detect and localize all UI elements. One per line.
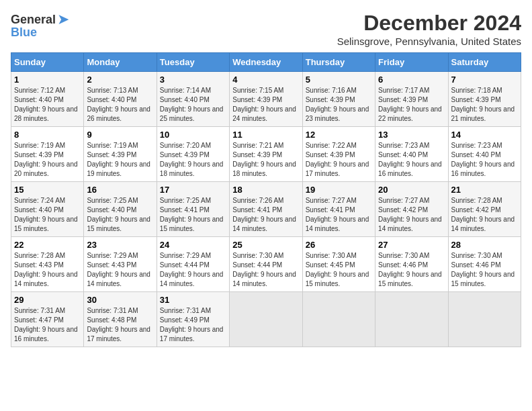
calendar-cell: 23Sunrise: 7:29 AMSunset: 4:43 PMDayligh… — [84, 237, 157, 292]
calendar-table: SundayMondayTuesdayWednesdayThursdayFrid… — [11, 52, 521, 347]
calendar-cell — [230, 292, 302, 347]
calendar-cell: 26Sunrise: 7:30 AMSunset: 4:45 PMDayligh… — [302, 237, 375, 292]
day-number: 6 — [378, 75, 445, 85]
day-number: 11 — [232, 130, 299, 140]
calendar-week-row: 15Sunrise: 7:24 AMSunset: 4:40 PMDayligh… — [11, 182, 521, 237]
calendar-cell: 20Sunrise: 7:27 AMSunset: 4:42 PMDayligh… — [375, 182, 448, 237]
calendar-cell: 19Sunrise: 7:27 AMSunset: 4:41 PMDayligh… — [302, 182, 375, 237]
day-info: Sunrise: 7:27 AMSunset: 4:42 PMDaylight:… — [378, 196, 445, 234]
calendar-week-row: 29Sunrise: 7:31 AMSunset: 4:47 PMDayligh… — [11, 292, 521, 347]
day-number: 12 — [306, 130, 372, 140]
day-info: Sunrise: 7:27 AMSunset: 4:41 PMDaylight:… — [306, 196, 372, 234]
day-number: 21 — [451, 185, 518, 195]
title-area: December 2024 Selinsgrove, Pennsylvania,… — [337, 11, 521, 47]
day-number: 31 — [160, 295, 226, 305]
day-number: 28 — [451, 240, 518, 250]
day-info: Sunrise: 7:31 AMSunset: 4:47 PMDaylight:… — [14, 306, 81, 344]
day-number: 14 — [451, 130, 518, 140]
day-info: Sunrise: 7:18 AMSunset: 4:39 PMDaylight:… — [451, 86, 518, 124]
day-number: 26 — [306, 240, 372, 250]
day-number: 23 — [87, 240, 153, 250]
day-info: Sunrise: 7:29 AMSunset: 4:43 PMDaylight:… — [87, 251, 153, 289]
calendar-cell: 10Sunrise: 7:20 AMSunset: 4:39 PMDayligh… — [157, 127, 229, 182]
calendar-cell: 13Sunrise: 7:23 AMSunset: 4:40 PMDayligh… — [375, 127, 448, 182]
calendar-cell: 1Sunrise: 7:12 AMSunset: 4:40 PMDaylight… — [11, 72, 84, 127]
day-info: Sunrise: 7:25 AMSunset: 4:41 PMDaylight:… — [160, 196, 226, 234]
day-number: 25 — [232, 240, 299, 250]
month-title: December 2024 — [337, 11, 521, 36]
calendar-cell: 12Sunrise: 7:22 AMSunset: 4:39 PMDayligh… — [302, 127, 375, 182]
calendar-cell: 31Sunrise: 7:31 AMSunset: 4:49 PMDayligh… — [157, 292, 229, 347]
col-header-thursday: Thursday — [302, 53, 375, 72]
calendar-cell: 29Sunrise: 7:31 AMSunset: 4:47 PMDayligh… — [11, 292, 84, 347]
logo-bird-icon: ➤ — [57, 11, 69, 28]
calendar-cell: 11Sunrise: 7:21 AMSunset: 4:39 PMDayligh… — [230, 127, 302, 182]
day-info: Sunrise: 7:15 AMSunset: 4:39 PMDaylight:… — [232, 86, 299, 124]
day-number: 16 — [87, 185, 153, 195]
calendar-cell: 15Sunrise: 7:24 AMSunset: 4:40 PMDayligh… — [11, 182, 84, 237]
day-number: 13 — [378, 130, 445, 140]
day-info: Sunrise: 7:26 AMSunset: 4:41 PMDaylight:… — [232, 196, 299, 234]
calendar-cell: 14Sunrise: 7:23 AMSunset: 4:40 PMDayligh… — [448, 127, 521, 182]
location-title: Selinsgrove, Pennsylvania, United States — [337, 36, 521, 47]
day-info: Sunrise: 7:13 AMSunset: 4:40 PMDaylight:… — [87, 86, 153, 124]
day-number: 7 — [451, 75, 518, 85]
calendar-cell: 16Sunrise: 7:25 AMSunset: 4:40 PMDayligh… — [84, 182, 157, 237]
day-number: 4 — [232, 75, 299, 85]
calendar-cell — [302, 292, 375, 347]
day-info: Sunrise: 7:31 AMSunset: 4:48 PMDaylight:… — [87, 306, 153, 344]
calendar-cell — [375, 292, 448, 347]
col-header-sunday: Sunday — [11, 53, 84, 72]
logo: General ➤ Blue — [11, 11, 69, 40]
calendar-cell: 5Sunrise: 7:16 AMSunset: 4:39 PMDaylight… — [302, 72, 375, 127]
day-number: 3 — [160, 75, 226, 85]
day-info: Sunrise: 7:14 AMSunset: 4:40 PMDaylight:… — [160, 86, 226, 124]
day-number: 9 — [87, 130, 153, 140]
day-number: 1 — [14, 75, 81, 85]
day-info: Sunrise: 7:23 AMSunset: 4:40 PMDaylight:… — [378, 141, 445, 179]
day-info: Sunrise: 7:31 AMSunset: 4:49 PMDaylight:… — [160, 306, 226, 344]
day-number: 15 — [14, 185, 81, 195]
logo-general: General — [11, 13, 56, 27]
day-number: 30 — [87, 295, 153, 305]
day-info: Sunrise: 7:30 AMSunset: 4:44 PMDaylight:… — [232, 251, 299, 289]
calendar-cell: 7Sunrise: 7:18 AMSunset: 4:39 PMDaylight… — [448, 72, 521, 127]
calendar-week-row: 22Sunrise: 7:28 AMSunset: 4:43 PMDayligh… — [11, 237, 521, 292]
day-info: Sunrise: 7:19 AMSunset: 4:39 PMDaylight:… — [87, 141, 153, 179]
day-info: Sunrise: 7:16 AMSunset: 4:39 PMDaylight:… — [306, 86, 372, 124]
day-info: Sunrise: 7:25 AMSunset: 4:40 PMDaylight:… — [87, 196, 153, 234]
day-info: Sunrise: 7:12 AMSunset: 4:40 PMDaylight:… — [14, 86, 81, 124]
calendar-cell: 18Sunrise: 7:26 AMSunset: 4:41 PMDayligh… — [230, 182, 302, 237]
day-info: Sunrise: 7:30 AMSunset: 4:45 PMDaylight:… — [306, 251, 372, 289]
logo-blue: Blue — [11, 26, 37, 40]
day-info: Sunrise: 7:28 AMSunset: 4:42 PMDaylight:… — [451, 196, 518, 234]
col-header-wednesday: Wednesday — [230, 53, 302, 72]
day-number: 20 — [378, 185, 445, 195]
day-number: 29 — [14, 295, 81, 305]
day-number: 19 — [306, 185, 372, 195]
day-number: 18 — [232, 185, 299, 195]
day-number: 8 — [14, 130, 81, 140]
day-number: 24 — [160, 240, 226, 250]
day-number: 22 — [14, 240, 81, 250]
calendar-cell: 22Sunrise: 7:28 AMSunset: 4:43 PMDayligh… — [11, 237, 84, 292]
calendar-cell: 24Sunrise: 7:29 AMSunset: 4:44 PMDayligh… — [157, 237, 229, 292]
calendar-cell: 6Sunrise: 7:17 AMSunset: 4:39 PMDaylight… — [375, 72, 448, 127]
day-info: Sunrise: 7:20 AMSunset: 4:39 PMDaylight:… — [160, 141, 226, 179]
col-header-tuesday: Tuesday — [157, 53, 229, 72]
day-info: Sunrise: 7:29 AMSunset: 4:44 PMDaylight:… — [160, 251, 226, 289]
day-info: Sunrise: 7:23 AMSunset: 4:40 PMDaylight:… — [451, 141, 518, 179]
day-info: Sunrise: 7:30 AMSunset: 4:46 PMDaylight:… — [378, 251, 445, 289]
day-number: 27 — [378, 240, 445, 250]
day-number: 5 — [306, 75, 372, 85]
header: General ➤ Blue December 2024 Selinsgrove… — [11, 11, 521, 47]
calendar-cell: 4Sunrise: 7:15 AMSunset: 4:39 PMDaylight… — [230, 72, 302, 127]
day-number: 17 — [160, 185, 226, 195]
calendar-header-row: SundayMondayTuesdayWednesdayThursdayFrid… — [11, 53, 521, 72]
day-info: Sunrise: 7:21 AMSunset: 4:39 PMDaylight:… — [232, 141, 299, 179]
calendar-cell: 30Sunrise: 7:31 AMSunset: 4:48 PMDayligh… — [84, 292, 157, 347]
day-info: Sunrise: 7:30 AMSunset: 4:46 PMDaylight:… — [451, 251, 518, 289]
day-number: 10 — [160, 130, 226, 140]
calendar-cell — [448, 292, 521, 347]
calendar-cell: 17Sunrise: 7:25 AMSunset: 4:41 PMDayligh… — [157, 182, 229, 237]
